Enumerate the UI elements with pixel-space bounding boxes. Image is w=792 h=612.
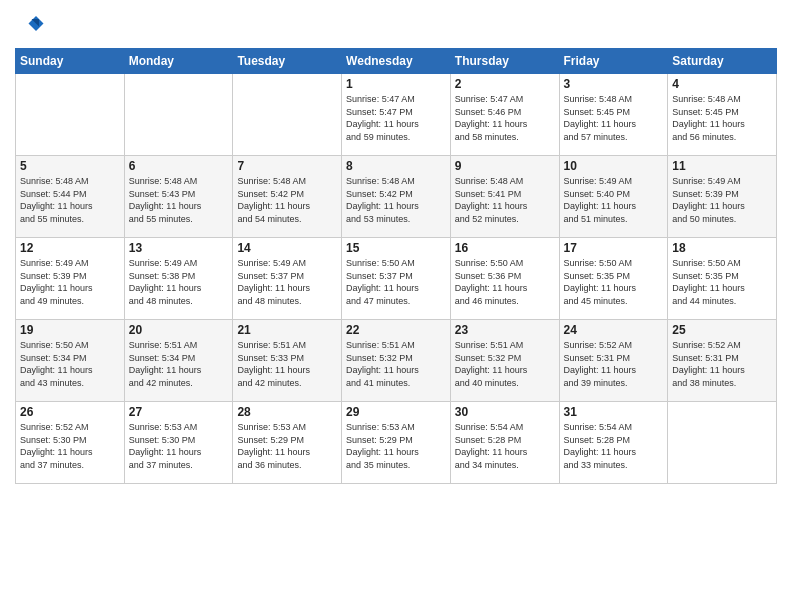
day-info: Sunrise: 5:48 AM Sunset: 5:41 PM Dayligh…: [455, 175, 555, 225]
day-info: Sunrise: 5:54 AM Sunset: 5:28 PM Dayligh…: [564, 421, 664, 471]
day-info: Sunrise: 5:48 AM Sunset: 5:45 PM Dayligh…: [564, 93, 664, 143]
calendar-cell: 11Sunrise: 5:49 AM Sunset: 5:39 PM Dayli…: [668, 156, 777, 238]
day-number: 7: [237, 159, 337, 173]
calendar-cell: [16, 74, 125, 156]
calendar-cell: 15Sunrise: 5:50 AM Sunset: 5:37 PM Dayli…: [342, 238, 451, 320]
calendar-week-row: 1Sunrise: 5:47 AM Sunset: 5:47 PM Daylig…: [16, 74, 777, 156]
day-number: 18: [672, 241, 772, 255]
day-number: 5: [20, 159, 120, 173]
day-info: Sunrise: 5:49 AM Sunset: 5:37 PM Dayligh…: [237, 257, 337, 307]
calendar-cell: 30Sunrise: 5:54 AM Sunset: 5:28 PM Dayli…: [450, 402, 559, 484]
day-info: Sunrise: 5:50 AM Sunset: 5:35 PM Dayligh…: [564, 257, 664, 307]
day-info: Sunrise: 5:52 AM Sunset: 5:31 PM Dayligh…: [564, 339, 664, 389]
calendar-week-row: 26Sunrise: 5:52 AM Sunset: 5:30 PM Dayli…: [16, 402, 777, 484]
day-number: 12: [20, 241, 120, 255]
calendar-week-row: 5Sunrise: 5:48 AM Sunset: 5:44 PM Daylig…: [16, 156, 777, 238]
day-info: Sunrise: 5:53 AM Sunset: 5:29 PM Dayligh…: [237, 421, 337, 471]
day-number: 25: [672, 323, 772, 337]
calendar-cell: 25Sunrise: 5:52 AM Sunset: 5:31 PM Dayli…: [668, 320, 777, 402]
calendar-cell: 18Sunrise: 5:50 AM Sunset: 5:35 PM Dayli…: [668, 238, 777, 320]
day-info: Sunrise: 5:47 AM Sunset: 5:47 PM Dayligh…: [346, 93, 446, 143]
calendar-cell: 31Sunrise: 5:54 AM Sunset: 5:28 PM Dayli…: [559, 402, 668, 484]
calendar-cell: 3Sunrise: 5:48 AM Sunset: 5:45 PM Daylig…: [559, 74, 668, 156]
day-info: Sunrise: 5:48 AM Sunset: 5:44 PM Dayligh…: [20, 175, 120, 225]
day-number: 14: [237, 241, 337, 255]
day-number: 27: [129, 405, 229, 419]
calendar-cell: 6Sunrise: 5:48 AM Sunset: 5:43 PM Daylig…: [124, 156, 233, 238]
day-number: 17: [564, 241, 664, 255]
calendar-cell: [233, 74, 342, 156]
calendar-cell: 17Sunrise: 5:50 AM Sunset: 5:35 PM Dayli…: [559, 238, 668, 320]
day-info: Sunrise: 5:48 AM Sunset: 5:42 PM Dayligh…: [346, 175, 446, 225]
day-info: Sunrise: 5:49 AM Sunset: 5:40 PM Dayligh…: [564, 175, 664, 225]
calendar-cell: [124, 74, 233, 156]
day-info: Sunrise: 5:53 AM Sunset: 5:29 PM Dayligh…: [346, 421, 446, 471]
calendar-header-row: SundayMondayTuesdayWednesdayThursdayFrid…: [16, 49, 777, 74]
day-number: 8: [346, 159, 446, 173]
day-number: 23: [455, 323, 555, 337]
day-info: Sunrise: 5:48 AM Sunset: 5:42 PM Dayligh…: [237, 175, 337, 225]
day-info: Sunrise: 5:50 AM Sunset: 5:34 PM Dayligh…: [20, 339, 120, 389]
day-number: 24: [564, 323, 664, 337]
calendar-cell: 20Sunrise: 5:51 AM Sunset: 5:34 PM Dayli…: [124, 320, 233, 402]
calendar-week-row: 12Sunrise: 5:49 AM Sunset: 5:39 PM Dayli…: [16, 238, 777, 320]
page: SundayMondayTuesdayWednesdayThursdayFrid…: [0, 0, 792, 612]
day-info: Sunrise: 5:49 AM Sunset: 5:39 PM Dayligh…: [20, 257, 120, 307]
day-number: 13: [129, 241, 229, 255]
calendar-cell: 8Sunrise: 5:48 AM Sunset: 5:42 PM Daylig…: [342, 156, 451, 238]
calendar-cell: 29Sunrise: 5:53 AM Sunset: 5:29 PM Dayli…: [342, 402, 451, 484]
day-info: Sunrise: 5:50 AM Sunset: 5:37 PM Dayligh…: [346, 257, 446, 307]
calendar-cell: 5Sunrise: 5:48 AM Sunset: 5:44 PM Daylig…: [16, 156, 125, 238]
day-info: Sunrise: 5:50 AM Sunset: 5:36 PM Dayligh…: [455, 257, 555, 307]
calendar-cell: 27Sunrise: 5:53 AM Sunset: 5:30 PM Dayli…: [124, 402, 233, 484]
weekday-header-sunday: Sunday: [16, 49, 125, 74]
calendar-cell: 4Sunrise: 5:48 AM Sunset: 5:45 PM Daylig…: [668, 74, 777, 156]
day-info: Sunrise: 5:51 AM Sunset: 5:33 PM Dayligh…: [237, 339, 337, 389]
day-info: Sunrise: 5:52 AM Sunset: 5:31 PM Dayligh…: [672, 339, 772, 389]
calendar-cell: 21Sunrise: 5:51 AM Sunset: 5:33 PM Dayli…: [233, 320, 342, 402]
logo-icon: [15, 10, 45, 40]
day-number: 22: [346, 323, 446, 337]
day-info: Sunrise: 5:51 AM Sunset: 5:32 PM Dayligh…: [346, 339, 446, 389]
calendar-cell: [668, 402, 777, 484]
day-info: Sunrise: 5:53 AM Sunset: 5:30 PM Dayligh…: [129, 421, 229, 471]
calendar-cell: 7Sunrise: 5:48 AM Sunset: 5:42 PM Daylig…: [233, 156, 342, 238]
day-info: Sunrise: 5:51 AM Sunset: 5:34 PM Dayligh…: [129, 339, 229, 389]
calendar-cell: 23Sunrise: 5:51 AM Sunset: 5:32 PM Dayli…: [450, 320, 559, 402]
day-number: 1: [346, 77, 446, 91]
day-number: 30: [455, 405, 555, 419]
day-number: 31: [564, 405, 664, 419]
day-number: 29: [346, 405, 446, 419]
calendar-cell: 24Sunrise: 5:52 AM Sunset: 5:31 PM Dayli…: [559, 320, 668, 402]
day-number: 15: [346, 241, 446, 255]
calendar-cell: 1Sunrise: 5:47 AM Sunset: 5:47 PM Daylig…: [342, 74, 451, 156]
day-number: 9: [455, 159, 555, 173]
calendar-cell: 2Sunrise: 5:47 AM Sunset: 5:46 PM Daylig…: [450, 74, 559, 156]
day-info: Sunrise: 5:52 AM Sunset: 5:30 PM Dayligh…: [20, 421, 120, 471]
weekday-header-saturday: Saturday: [668, 49, 777, 74]
day-number: 26: [20, 405, 120, 419]
calendar-week-row: 19Sunrise: 5:50 AM Sunset: 5:34 PM Dayli…: [16, 320, 777, 402]
day-number: 11: [672, 159, 772, 173]
calendar-cell: 16Sunrise: 5:50 AM Sunset: 5:36 PM Dayli…: [450, 238, 559, 320]
day-info: Sunrise: 5:54 AM Sunset: 5:28 PM Dayligh…: [455, 421, 555, 471]
weekday-header-tuesday: Tuesday: [233, 49, 342, 74]
day-info: Sunrise: 5:48 AM Sunset: 5:45 PM Dayligh…: [672, 93, 772, 143]
calendar-cell: 13Sunrise: 5:49 AM Sunset: 5:38 PM Dayli…: [124, 238, 233, 320]
calendar-cell: 28Sunrise: 5:53 AM Sunset: 5:29 PM Dayli…: [233, 402, 342, 484]
calendar-cell: 22Sunrise: 5:51 AM Sunset: 5:32 PM Dayli…: [342, 320, 451, 402]
weekday-header-monday: Monday: [124, 49, 233, 74]
day-info: Sunrise: 5:51 AM Sunset: 5:32 PM Dayligh…: [455, 339, 555, 389]
day-info: Sunrise: 5:48 AM Sunset: 5:43 PM Dayligh…: [129, 175, 229, 225]
day-number: 20: [129, 323, 229, 337]
logo: [15, 10, 49, 40]
day-number: 4: [672, 77, 772, 91]
day-info: Sunrise: 5:47 AM Sunset: 5:46 PM Dayligh…: [455, 93, 555, 143]
day-number: 3: [564, 77, 664, 91]
day-info: Sunrise: 5:49 AM Sunset: 5:39 PM Dayligh…: [672, 175, 772, 225]
calendar-table: SundayMondayTuesdayWednesdayThursdayFrid…: [15, 48, 777, 484]
calendar-cell: 12Sunrise: 5:49 AM Sunset: 5:39 PM Dayli…: [16, 238, 125, 320]
day-number: 6: [129, 159, 229, 173]
calendar-cell: 14Sunrise: 5:49 AM Sunset: 5:37 PM Dayli…: [233, 238, 342, 320]
day-number: 10: [564, 159, 664, 173]
